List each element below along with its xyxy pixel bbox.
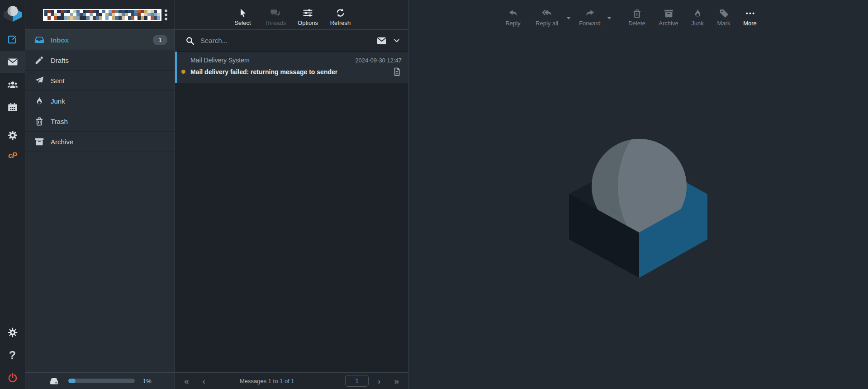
webmail-app: cP ? Inbox 1 Drafts Sent xyxy=(0,0,868,389)
refresh-button[interactable]: Refresh xyxy=(327,8,354,26)
ellipsis-icon xyxy=(745,8,755,19)
roundcube-logo-watermark xyxy=(569,139,707,280)
folders-panel: Inbox 1 Drafts Sent Junk Trash Archiv xyxy=(25,0,175,389)
power-icon xyxy=(7,372,18,383)
compose-button[interactable] xyxy=(0,28,25,51)
settings-gear-icon xyxy=(7,130,18,141)
more-button[interactable]: More xyxy=(739,8,761,27)
forward-button[interactable]: Forward xyxy=(576,8,603,27)
rail-item-calendar[interactable] xyxy=(0,96,25,119)
folder-item-junk[interactable]: Junk xyxy=(25,91,175,111)
threads-button[interactable]: Threads xyxy=(262,8,289,26)
pencil-icon xyxy=(34,55,44,65)
junk-button[interactable]: Junk xyxy=(687,8,708,27)
forward-icon xyxy=(585,8,595,19)
document-icon xyxy=(392,67,402,76)
message-subject: Mail delivery failed: returning message … xyxy=(190,68,337,76)
roundcube-logo-icon xyxy=(3,4,23,24)
rail-item-help[interactable]: ? xyxy=(0,344,25,366)
inbox-icon xyxy=(34,35,44,45)
message-list-toolbar: Select Threads Options Refresh xyxy=(175,0,408,30)
rail-item-cpanel[interactable]: cP xyxy=(0,147,25,165)
folder-item-archive[interactable]: Archive xyxy=(25,132,175,152)
page-number-input[interactable] xyxy=(345,375,369,387)
tag-icon xyxy=(719,8,729,19)
message-list-panel: Select Threads Options Refresh xyxy=(175,0,408,389)
search-input[interactable] xyxy=(200,37,371,44)
search-bar xyxy=(175,30,408,52)
delete-button[interactable]: Delete xyxy=(623,8,650,27)
folder-item-trash[interactable]: Trash xyxy=(25,111,175,132)
rail-item-settings[interactable] xyxy=(0,124,25,147)
messages: Mail Delivery System 2024-09-30 12:47 Ma… xyxy=(175,52,408,83)
first-page-button[interactable]: « xyxy=(182,377,191,385)
pagination-bar: « ‹ Messages 1 to 1 of 1 › » xyxy=(175,372,408,389)
flame-icon xyxy=(693,8,703,19)
search-options-button[interactable] xyxy=(393,37,401,45)
message-date: 2024-09-30 12:47 xyxy=(355,57,402,64)
storage-progress-bar xyxy=(68,379,135,383)
rail-item-mail[interactable] xyxy=(0,51,25,73)
message-actions-toolbar: Reply Reply all Forward Delete Archive xyxy=(408,0,852,30)
content-body xyxy=(408,30,868,389)
cpanel-icon: cP xyxy=(8,151,17,160)
envelope-icon xyxy=(376,35,387,46)
message-row[interactable]: Mail Delivery System 2024-09-30 12:47 Ma… xyxy=(175,52,408,83)
account-email-redacted xyxy=(43,9,161,21)
rail-bottom-group: ? xyxy=(0,321,25,389)
unread-count-badge: 1 xyxy=(153,35,167,45)
contacts-icon xyxy=(7,79,18,90)
message-sender: Mail Delivery System xyxy=(190,57,250,64)
flame-icon xyxy=(34,96,44,106)
kebab-menu-icon[interactable] xyxy=(162,8,170,22)
last-page-button[interactable]: » xyxy=(392,377,401,385)
chat-bubbles-icon xyxy=(270,8,280,18)
search-icon xyxy=(185,36,195,46)
paper-plane-icon xyxy=(34,76,44,85)
reply-all-icon xyxy=(542,8,552,19)
account-header xyxy=(25,0,175,30)
message-content-pane: Reply Reply all Forward Delete Archive xyxy=(408,0,868,389)
archive-box-icon xyxy=(34,137,44,147)
mark-button[interactable]: Mark xyxy=(713,8,735,27)
options-button[interactable]: Options xyxy=(294,8,322,26)
trash-icon xyxy=(34,116,44,126)
select-button[interactable]: Select xyxy=(229,8,256,26)
compose-icon xyxy=(7,34,18,45)
calendar-icon xyxy=(7,102,18,113)
sun-icon xyxy=(7,327,18,338)
prev-page-button[interactable]: ‹ xyxy=(201,377,207,385)
next-page-button[interactable]: › xyxy=(376,377,382,385)
refresh-icon xyxy=(335,8,346,18)
archive-button[interactable]: Archive xyxy=(655,8,682,27)
chevron-down-icon xyxy=(393,37,401,45)
storage-quota: 1% xyxy=(25,372,175,389)
reply-button[interactable]: Reply xyxy=(499,8,526,27)
trash-icon xyxy=(632,8,642,19)
messages-count-status: Messages 1 to 1 of 1 xyxy=(240,378,294,384)
roundcube-logo[interactable] xyxy=(0,0,25,26)
storage-percent: 1% xyxy=(143,378,152,384)
folder-item-inbox[interactable]: Inbox 1 xyxy=(25,30,175,50)
forward-dropdown-icon[interactable] xyxy=(607,17,612,19)
mail-icon xyxy=(7,57,18,67)
archive-box-icon xyxy=(664,8,674,19)
reply-all-dropdown-icon[interactable] xyxy=(566,17,571,19)
search-scope-button[interactable] xyxy=(376,35,387,46)
reply-icon xyxy=(508,8,518,19)
rail-item-contacts[interactable] xyxy=(0,73,25,96)
folder-item-drafts[interactable]: Drafts xyxy=(25,50,175,71)
reply-all-button[interactable]: Reply all xyxy=(531,8,563,27)
unread-dot-icon xyxy=(181,70,185,74)
storage-progress-fill xyxy=(68,379,76,383)
folder-list: Inbox 1 Drafts Sent Junk Trash Archiv xyxy=(25,30,175,152)
rail-item-display[interactable] xyxy=(0,321,25,344)
hard-disk-icon xyxy=(48,375,60,386)
sliders-icon xyxy=(303,8,313,18)
folder-item-sent[interactable]: Sent xyxy=(25,71,175,91)
app-rail: cP ? xyxy=(0,0,25,389)
logout-button[interactable] xyxy=(0,366,25,389)
help-icon: ? xyxy=(9,349,16,362)
cursor-icon xyxy=(237,8,248,18)
